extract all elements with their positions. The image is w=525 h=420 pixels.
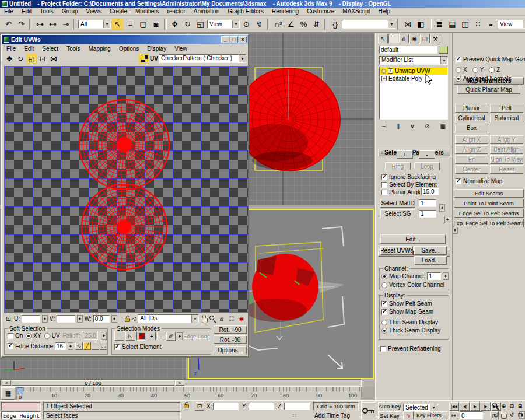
next-frame-arrow[interactable]: > xyxy=(175,380,184,386)
layer-manager-icon[interactable]: ≣ xyxy=(433,18,446,30)
angle-snap-icon[interactable]: ∠ xyxy=(285,18,297,30)
uv-move-icon[interactable]: ✥ xyxy=(4,54,15,64)
align-button[interactable]: Reset xyxy=(490,165,523,174)
dialog-menu-item[interactable]: Display xyxy=(143,46,170,52)
ref-coord-dropdown[interactable]: View xyxy=(207,20,240,29)
toolbar-separator[interactable] xyxy=(74,18,76,30)
zoom-icon[interactable] xyxy=(492,402,499,410)
mapping-mode-button[interactable]: Pelt xyxy=(490,104,523,113)
play-button[interactable]: ▶ xyxy=(470,402,480,411)
expand-icon[interactable]: + xyxy=(382,76,387,81)
use-center-icon[interactable]: ⊙ xyxy=(240,18,253,30)
prev-frame-button[interactable]: ◀| xyxy=(460,402,470,411)
u-spinner[interactable] xyxy=(42,315,48,323)
shrink-uv-button[interactable]: - xyxy=(157,332,165,340)
selection-filter-dropdown[interactable]: All xyxy=(78,20,111,29)
lock-selection-icon[interactable] xyxy=(125,318,130,322)
checkbox-icon[interactable] xyxy=(8,333,13,339)
selection-lock-icon[interactable] xyxy=(184,402,189,410)
menu-item[interactable]: Customize xyxy=(303,8,338,15)
uv-canvas[interactable] xyxy=(4,66,249,313)
map-channel-radio[interactable]: Map Channel:1 xyxy=(382,272,449,280)
menu-item[interactable]: Modifiers xyxy=(131,8,163,15)
radio-icon[interactable] xyxy=(44,333,50,339)
checkbox-icon[interactable] xyxy=(382,309,387,315)
edge-distance-field[interactable]: 16 xyxy=(55,342,66,350)
quick-planar-map-button[interactable]: Quick Planar Map xyxy=(457,85,520,94)
menu-item[interactable]: reactor xyxy=(163,8,190,15)
planar-angle-spinner[interactable] xyxy=(439,204,445,212)
reset-uvws-button[interactable]: Reset UVWs xyxy=(380,246,413,255)
toolbar-separator[interactable] xyxy=(29,18,32,30)
absolute-typein-icon[interactable]: ⊡ xyxy=(5,315,12,323)
radio-icon[interactable] xyxy=(456,76,461,82)
sg-field[interactable]: 1 xyxy=(419,210,436,218)
brush-size-spinner[interactable] xyxy=(177,332,183,340)
mapping-mode-button[interactable]: Spherical xyxy=(490,114,523,123)
map-channel-field[interactable]: 1 xyxy=(427,272,441,280)
go-start-button[interactable]: |◀◀ xyxy=(449,402,459,411)
x-coord-field[interactable] xyxy=(213,402,239,410)
pin-stack-icon[interactable]: ⊣ xyxy=(382,123,387,130)
falloff-slow-icon[interactable]: ⌒ xyxy=(92,342,99,350)
window-crossing-icon[interactable]: ◙ xyxy=(150,18,162,30)
render-view-dropdown[interactable]: View xyxy=(498,20,525,29)
zoom-extents-icon[interactable]: ⊡ xyxy=(508,402,516,410)
w-spinner[interactable] xyxy=(111,315,117,323)
soft-uv-radio[interactable]: UV xyxy=(44,332,60,339)
select-element-checkbox[interactable]: Select Element xyxy=(114,344,211,350)
tab-create[interactable]: ↖ xyxy=(378,34,388,43)
uvw-maximize-button[interactable]: □ xyxy=(230,36,238,43)
menu-item[interactable]: Edit xyxy=(18,8,36,15)
checkbox-icon[interactable] xyxy=(380,346,386,352)
material-editor-icon[interactable]: ∷ xyxy=(472,18,484,30)
filter-faces-icon[interactable]: ◁ xyxy=(132,316,136,322)
edge-mode-icon[interactable]: ◺ xyxy=(125,331,135,341)
radio-icon[interactable] xyxy=(382,320,387,326)
tab-utilities[interactable]: ⚒ xyxy=(430,34,440,43)
checkbox-icon[interactable] xyxy=(456,178,461,184)
dialog-titlebar[interactable]: Edit UVWs _□× xyxy=(2,35,248,44)
modifier-list-dropdown[interactable]: Modifier List xyxy=(379,56,448,65)
render-setup-icon[interactable]: ◒ xyxy=(485,18,497,30)
axis-x-radio[interactable]: X xyxy=(456,66,467,73)
prevent-reflattening-checkbox[interactable]: Prevent Reflattening xyxy=(380,345,441,352)
preview-gizmo-checkbox[interactable]: Preview Quick Map Gizmo xyxy=(456,56,525,62)
zoom-selected-icon[interactable]: ◉ xyxy=(237,314,246,323)
maxscript-listener-box[interactable]: Edge Height 2 xyxy=(1,411,41,419)
dialog-menu-item[interactable]: Mapping xyxy=(85,46,115,52)
set-keys-icon[interactable] xyxy=(361,402,376,419)
prev-frame-arrow[interactable]: < xyxy=(2,380,11,386)
bind-to-space-warp-icon[interactable]: ⊸ xyxy=(60,18,72,30)
v-field[interactable] xyxy=(57,315,75,323)
seam-button[interactable]: Point To Point Seam xyxy=(454,199,524,208)
w-field[interactable]: 0.0 xyxy=(93,315,110,323)
tab-motion[interactable]: ◉ xyxy=(410,34,419,43)
default-in-out-curve-icon[interactable]: ∿ xyxy=(403,411,414,419)
expand-icon[interactable]: + xyxy=(388,68,393,74)
select-object-icon[interactable]: ↖ xyxy=(111,18,124,30)
rotate-plus90-button[interactable]: Rot. +90 xyxy=(214,326,247,334)
checkbox-icon[interactable] xyxy=(8,343,13,349)
thin-seam-radio[interactable]: Thin Seam Display xyxy=(382,319,449,326)
soft-xy-radio[interactable]: XY xyxy=(26,332,41,339)
planar-angle-field[interactable]: 15.0 xyxy=(421,188,439,195)
absolute-offset-toggle-icon[interactable]: ⊡ xyxy=(195,402,204,411)
next-frame-button[interactable]: |▶ xyxy=(481,402,491,411)
align-button[interactable]: Center xyxy=(455,165,488,174)
ring-button[interactable]: Ring xyxy=(385,162,411,170)
z-coord-field[interactable] xyxy=(284,402,310,410)
dialog-menu-item[interactable]: Edit xyxy=(20,46,38,52)
zoom-region-icon[interactable]: ⧈ xyxy=(218,314,226,323)
zoom-extents-icon[interactable]: ⛶ xyxy=(228,314,236,323)
u-field[interactable] xyxy=(22,315,40,323)
select-sg-button[interactable]: Select SG xyxy=(380,209,415,218)
undo-icon[interactable]: ↶ xyxy=(2,18,15,30)
set-key-button[interactable]: Set Key xyxy=(378,411,401,419)
radio-icon[interactable] xyxy=(382,274,387,279)
arc-rotate-icon[interactable]: ↺ xyxy=(508,411,516,419)
menu-item[interactable]: Views xyxy=(82,8,106,15)
key-mode-toggle-icon[interactable]: ↦ xyxy=(449,411,459,419)
timeline-ruler[interactable]: 102030405060708090100 xyxy=(16,387,362,400)
save-uvws-button[interactable]: Save... xyxy=(414,246,447,255)
